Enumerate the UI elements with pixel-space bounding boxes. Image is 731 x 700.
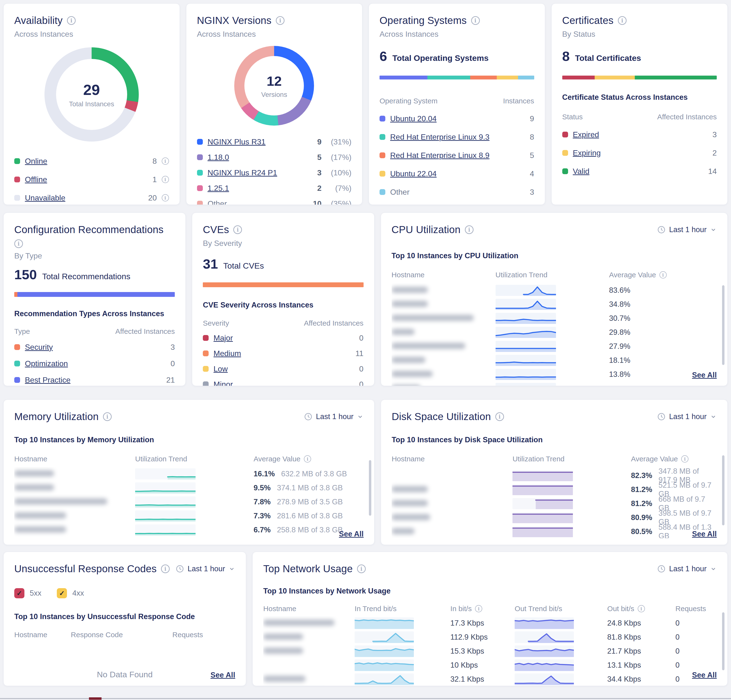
hostname-link[interactable] [392, 385, 496, 386]
info-icon[interactable] [465, 226, 474, 234]
os-link[interactable]: Red Hat Enterprise Linux 8.9 [390, 151, 489, 160]
vertical-scrollbar[interactable] [722, 612, 724, 670]
vertical-scrollbar[interactable] [722, 285, 724, 365]
nginx-versions-card: NGINX Versions Across Instances 12 Versi… [186, 3, 363, 205]
status-link[interactable]: Valid [573, 167, 590, 176]
legend-label-link[interactable]: Offline [25, 175, 47, 184]
legend-color-swatch [14, 177, 20, 182]
list-item: Expiring 2 [562, 148, 717, 158]
info-icon[interactable] [103, 412, 112, 421]
info-icon[interactable] [475, 605, 482, 612]
vertical-scrollbar[interactable] [722, 455, 724, 525]
info-icon[interactable] [161, 564, 170, 573]
info-icon[interactable] [495, 412, 504, 421]
availability-legend: Online 8 Offline 1 Unavailable [14, 148, 169, 203]
legend-row: Unavailable 20 [14, 193, 169, 203]
legend-label-link[interactable]: 1.18.0 [208, 153, 229, 162]
legend-percent: (17%) [326, 153, 351, 162]
hostname-link[interactable] [14, 526, 135, 534]
info-icon[interactable] [638, 605, 645, 612]
info-icon[interactable] [162, 194, 169, 201]
legend-label-link[interactable]: Online [25, 157, 47, 166]
out-trend-sparkline [515, 646, 574, 657]
hostname-link[interactable] [14, 498, 135, 505]
hostname-link[interactable] [392, 287, 496, 294]
time-range-select[interactable]: Last 1 hour [657, 226, 717, 234]
redacted-hostname [392, 486, 428, 492]
type-link[interactable]: Best Practice [25, 376, 70, 385]
see-all-link[interactable]: See All [211, 671, 235, 679]
recommendation-type-bar [14, 292, 175, 297]
os-link[interactable]: Other [390, 188, 410, 196]
see-all-link[interactable]: See All [692, 530, 717, 538]
severity-link[interactable]: Medium [213, 349, 241, 358]
see-all-link[interactable]: See All [692, 371, 717, 379]
info-icon[interactable] [357, 564, 366, 573]
hostname-link[interactable] [263, 647, 355, 655]
info-icon[interactable] [162, 176, 169, 183]
clock-icon [176, 564, 184, 573]
hostname-link[interactable] [392, 301, 496, 308]
time-range-select[interactable]: Last 1 hour [304, 412, 364, 421]
hostname-link[interactable] [263, 662, 355, 669]
legend-label-link[interactable]: Unavailable [25, 193, 65, 202]
horizontal-scrollbar[interactable] [0, 698, 731, 699]
hostname-link[interactable] [14, 484, 135, 492]
info-icon[interactable] [276, 16, 285, 25]
info-icon[interactable] [618, 16, 627, 25]
hostname-link[interactable] [14, 512, 135, 520]
hostname-link[interactable] [14, 470, 135, 477]
checkbox-checked-icon[interactable] [57, 588, 67, 598]
os-link[interactable]: Ubuntu 20.04 [390, 114, 437, 123]
hostname-link[interactable] [392, 528, 512, 535]
hostname-link[interactable] [263, 634, 355, 641]
hostname-link[interactable] [263, 619, 355, 627]
vertical-scrollbar[interactable] [369, 460, 371, 516]
legend-label-link[interactable]: NGINX Plus R31 [208, 138, 266, 146]
status-link[interactable]: Expired [573, 130, 599, 139]
legend-label-link[interactable]: 1.25.1 [208, 184, 229, 193]
severity-link[interactable]: Low [213, 365, 228, 373]
type-link[interactable]: Security [25, 343, 53, 352]
hostname-link[interactable] [392, 500, 512, 507]
info-icon[interactable] [14, 239, 23, 248]
horizontal-scrollbar-thumb[interactable] [89, 697, 101, 700]
time-range-select[interactable]: Last 1 hour [176, 564, 235, 573]
info-icon[interactable] [471, 16, 480, 25]
hostname-link[interactable] [263, 676, 355, 683]
legend-color-swatch [14, 158, 20, 164]
hostname-link[interactable] [392, 315, 496, 322]
clock-icon [657, 564, 666, 573]
hostname-link[interactable] [392, 486, 512, 493]
hostname-link[interactable] [392, 514, 512, 521]
hostname-link[interactable] [392, 472, 512, 479]
utilization-sparkline [496, 299, 556, 310]
legend-label-link[interactable]: Other [208, 199, 227, 205]
os-link[interactable]: Ubuntu 22.04 [390, 169, 437, 178]
severity-link[interactable]: Major [213, 334, 233, 343]
status-link[interactable]: Expiring [573, 149, 601, 158]
hostname-link[interactable] [392, 371, 496, 378]
hostname-link[interactable] [392, 329, 496, 336]
checkbox-checked-icon[interactable] [14, 588, 24, 598]
legend-label-link[interactable]: NGINX Plus R24 P1 [208, 168, 277, 177]
info-icon[interactable] [233, 226, 242, 234]
see-all-link[interactable]: See All [339, 530, 364, 538]
severity-link[interactable]: Minor [213, 380, 233, 386]
time-range-select[interactable]: Last 1 hour [657, 412, 717, 421]
info-icon[interactable] [681, 455, 688, 463]
hostname-link[interactable] [392, 343, 496, 350]
column-header-average: Average Value [631, 455, 717, 463]
type-link[interactable]: Optimization [25, 359, 68, 368]
os-link[interactable]: Red Hat Enterprise Linux 9.3 [390, 133, 489, 142]
section-title: Top 10 Instances by CPU Utilization [392, 252, 717, 260]
info-icon[interactable] [67, 16, 76, 25]
time-range-select[interactable]: Last 1 hour [657, 564, 717, 573]
card-title: Availability [14, 15, 63, 26]
see-all-link[interactable]: See All [692, 671, 717, 679]
info-icon[interactable] [304, 455, 311, 463]
utilization-sparkline [135, 496, 195, 508]
hostname-link[interactable] [392, 357, 496, 364]
info-icon[interactable] [162, 158, 169, 165]
info-icon[interactable] [659, 271, 667, 278]
